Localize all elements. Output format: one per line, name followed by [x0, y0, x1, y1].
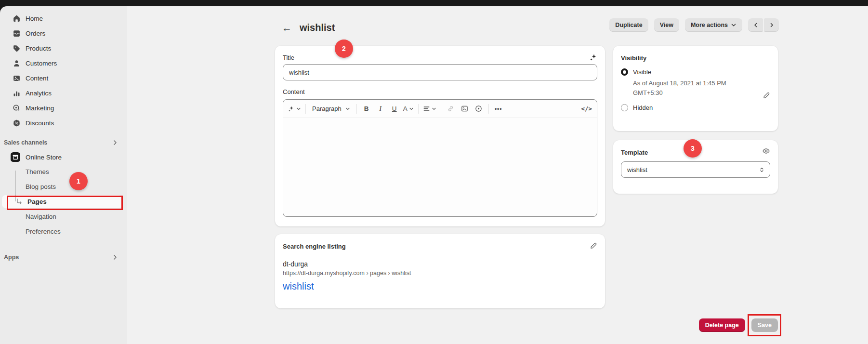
sidebar-section-sales-channels[interactable]: Sales channels	[0, 138, 127, 147]
sidebar-item-label: Blog posts	[26, 183, 56, 190]
sidebar-section-apps[interactable]: Apps	[0, 252, 127, 262]
search-engine-listing-card: Search engine listing dt-durga https://d…	[275, 234, 605, 308]
sidebar-item-home[interactable]: Home	[0, 12, 122, 25]
annotation-step-3-badge: 3	[684, 139, 702, 158]
back-button[interactable]: ←	[282, 23, 292, 33]
sidebar-item-label: Products	[26, 45, 51, 52]
sidebar-item-label: Home	[26, 15, 43, 22]
sidebar-item-label: Orders	[26, 30, 45, 37]
sidebar-item-preferences[interactable]: Preferences	[0, 225, 122, 238]
online-store-icon	[11, 152, 20, 162]
sidebar-item-label: Customers	[26, 60, 57, 67]
more-actions-button[interactable]: More actions	[685, 18, 742, 32]
hidden-radio-option[interactable]: Hidden	[621, 104, 770, 111]
toolbar-divider	[488, 104, 489, 114]
sidebar-item-blog-posts[interactable]: Blog posts	[0, 180, 122, 193]
underline-button[interactable]: U	[389, 103, 400, 115]
toolbar-divider	[418, 104, 419, 114]
sidebar: Home Orders Products Customers Content	[0, 6, 127, 344]
sidebar-item-orders[interactable]: Orders	[0, 27, 122, 40]
toolbar-divider	[441, 104, 441, 114]
insert-video-icon[interactable]	[473, 103, 484, 115]
preview-eye-icon[interactable]	[762, 147, 770, 155]
sidebar-item-label: Preferences	[26, 228, 61, 235]
schedule-timezone: GMT+5:30	[633, 88, 744, 98]
bold-button[interactable]: B	[361, 103, 372, 115]
apps-label: Apps	[4, 254, 19, 261]
chevron-down-icon	[731, 22, 736, 28]
duplicate-button[interactable]: Duplicate	[609, 18, 648, 32]
italic-button[interactable]: I	[375, 103, 386, 115]
template-select[interactable]: wishlist	[621, 161, 770, 178]
save-button[interactable]: Save	[751, 318, 778, 332]
home-icon	[13, 14, 21, 23]
annotation-step-2-badge: 2	[335, 40, 353, 58]
visible-radio-option[interactable]: Visible	[621, 68, 770, 76]
radio-unselected-icon	[621, 104, 628, 111]
more-formatting-button[interactable]: •••	[493, 103, 504, 115]
duplicate-label: Duplicate	[615, 22, 642, 28]
analytics-icon	[13, 89, 21, 97]
magic-sparkle-icon[interactable]	[288, 103, 301, 115]
visibility-heading: Visibility	[621, 54, 646, 62]
hidden-label: Hidden	[633, 104, 653, 111]
sidebar-item-label: Pages	[27, 198, 47, 205]
annotation-step-1-badge: 1	[69, 172, 88, 190]
title-input[interactable]	[283, 64, 597, 80]
content-icon	[13, 74, 21, 82]
magic-sparkle-icon[interactable]	[590, 53, 597, 61]
edit-pencil-icon[interactable]	[763, 92, 770, 99]
edit-pencil-icon[interactable]	[590, 242, 597, 250]
sidebar-item-label: Analytics	[26, 90, 52, 97]
orders-icon	[13, 29, 21, 38]
text-color-label: A	[403, 105, 408, 112]
visibility-card: Visibility Visible As of August 18, 2021…	[613, 46, 778, 131]
next-page-button[interactable]	[764, 18, 779, 32]
chevron-right-icon	[112, 254, 118, 261]
seo-url: https://dt-durga.myshopify.com › pages ›…	[283, 270, 597, 277]
sidebar-item-customers[interactable]: Customers	[0, 57, 122, 70]
sidebar-item-pages[interactable]: Pages	[2, 195, 122, 208]
sidebar-item-label: Navigation	[26, 213, 56, 220]
view-button[interactable]: View	[654, 18, 679, 32]
visible-schedule-note: As of August 18, 2021 at 1:45 PM GMT+5:3…	[633, 79, 744, 98]
content-field-label: Content	[283, 88, 597, 95]
toolbar-divider	[305, 104, 306, 114]
previous-page-button[interactable]	[748, 18, 763, 32]
page-title: wishlist	[300, 22, 335, 33]
sidebar-item-label: Marketing	[26, 105, 54, 112]
sidebar-item-navigation[interactable]: Navigation	[0, 210, 122, 223]
content-editor-body[interactable]	[283, 118, 597, 217]
sidebar-item-online-store[interactable]: Online Store	[0, 150, 127, 164]
schedule-date: As of August 18, 2021 at 1:45 PM	[633, 79, 744, 88]
paragraph-style-dropdown[interactable]: Paragraph	[310, 103, 352, 115]
text-color-button[interactable]: A	[403, 103, 414, 115]
customers-icon	[13, 59, 21, 67]
toolbar-divider	[356, 104, 357, 114]
sidebar-item-products[interactable]: Products	[0, 42, 122, 55]
radio-selected-icon	[621, 68, 628, 76]
sidebar-item-label: Discounts	[26, 119, 54, 127]
marketing-icon	[13, 104, 21, 112]
sidebar-item-marketing[interactable]: Marketing	[0, 102, 122, 115]
sidebar-item-label: Online Store	[26, 154, 62, 161]
paragraph-label: Paragraph	[312, 105, 342, 112]
subitem-arrow-icon	[16, 198, 23, 205]
alignment-button[interactable]	[423, 103, 436, 115]
sidebar-item-themes[interactable]: Themes	[0, 165, 122, 178]
sidebar-item-content[interactable]: Content	[0, 72, 122, 85]
products-icon	[13, 44, 21, 53]
content-editor: Paragraph B I U A	[283, 99, 597, 217]
template-heading: Template	[621, 149, 648, 156]
template-select-value: wishlist	[627, 166, 647, 173]
nav-tree-connector	[15, 171, 16, 201]
insert-image-icon[interactable]	[460, 103, 470, 115]
sidebar-item-discounts[interactable]: Discounts	[0, 117, 122, 130]
show-html-button[interactable]: </>	[581, 103, 592, 115]
delete-page-button[interactable]: Delete page	[699, 318, 745, 332]
discounts-icon	[13, 119, 21, 127]
seo-page-link[interactable]: wishlist	[283, 281, 597, 292]
sidebar-item-analytics[interactable]: Analytics	[0, 87, 122, 100]
main-area: ← wishlist Duplicate View More actions	[127, 6, 868, 344]
insert-link-icon[interactable]	[446, 103, 456, 115]
